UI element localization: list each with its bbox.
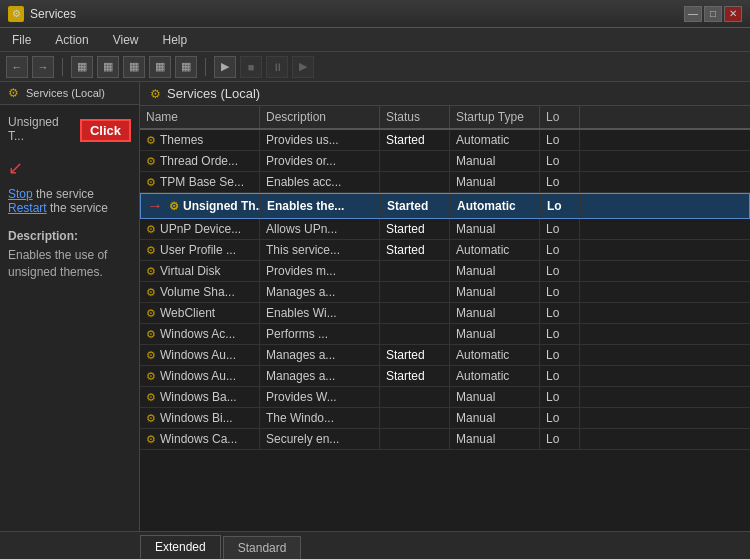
toolbar-btn-5[interactable]: ▦ (175, 56, 197, 78)
cell-status (380, 387, 450, 407)
cell-status (380, 282, 450, 302)
cell-startup: Manual (450, 282, 540, 302)
table-row[interactable]: ⚙TPM Base Se... Enables acc... Manual Lo (140, 172, 750, 193)
left-panel-header: ⚙ Services (Local) (0, 82, 139, 105)
main-content: ⚙ Services (Local) Unsigned T... Click ↙… (0, 82, 750, 531)
cell-desc: Provides us... (260, 130, 380, 150)
gear-icon-row: ⚙ (169, 200, 179, 213)
toolbar-btn-1[interactable]: ▦ (71, 56, 93, 78)
app-icon: ⚙ (8, 6, 24, 22)
table-row[interactable]: ⚙WebClient Enables Wi... Manual Lo (140, 303, 750, 324)
table-row[interactable]: ⚙Windows Bi... The Windo... Manual Lo (140, 408, 750, 429)
window-controls[interactable]: — □ ✕ (684, 6, 742, 22)
cell-name: ⚙Virtual Disk (140, 261, 260, 281)
cell-lo: Lo (540, 172, 580, 192)
col-description[interactable]: Description (260, 106, 380, 128)
toolbar-btn-2[interactable]: ▦ (97, 56, 119, 78)
table-row[interactable]: ⚙Windows Ba... Provides W... Manual Lo (140, 387, 750, 408)
cell-desc: Manages a... (260, 366, 380, 386)
table-row[interactable]: ⚙UPnP Device... Allows UPn... Started Ma… (140, 219, 750, 240)
cell-startup: Manual (450, 303, 540, 323)
col-name[interactable]: Name (140, 106, 260, 128)
left-panel: ⚙ Services (Local) Unsigned T... Click ↙… (0, 82, 140, 531)
table-row[interactable]: ⚙Windows Ac... Performs ... Manual Lo (140, 324, 750, 345)
gear-icon-row: ⚙ (146, 328, 156, 341)
cell-name: ⚙Windows Au... (140, 366, 260, 386)
cell-name: ⚙Windows Bi... (140, 408, 260, 428)
menu-action[interactable]: Action (49, 31, 94, 49)
arrow-container: ↙ (8, 157, 131, 179)
cell-startup: Manual (450, 429, 540, 449)
cell-status (380, 408, 450, 428)
table-row[interactable]: ⚙Windows Ca... Securely en... Manual Lo (140, 429, 750, 450)
menu-view[interactable]: View (107, 31, 145, 49)
cell-lo: Lo (540, 130, 580, 150)
left-panel-title: Services (Local) (26, 87, 105, 99)
forward-button[interactable]: → (32, 56, 54, 78)
table-row[interactable]: ⚙Windows Au... Manages a... Started Auto… (140, 366, 750, 387)
menu-bar: File Action View Help (0, 28, 750, 52)
gear-icon: ⚙ (8, 86, 22, 100)
cell-lo: Lo (540, 387, 580, 407)
cell-name: ⚙Windows Ca... (140, 429, 260, 449)
arrow-down-icon: ↙ (8, 157, 23, 179)
gear-icon-row: ⚙ (146, 176, 156, 189)
table-row[interactable]: ⚙Windows Au... Manages a... Started Auto… (140, 345, 750, 366)
cell-lo: Lo (540, 151, 580, 171)
tab-standard[interactable]: Standard (223, 536, 302, 559)
table-row[interactable]: ⚙Volume Sha... Manages a... Manual Lo (140, 282, 750, 303)
title-bar: ⚙ Services — □ ✕ (0, 0, 750, 28)
cell-status (380, 261, 450, 281)
stop-link[interactable]: Stop (8, 187, 33, 201)
cell-startup: Manual (450, 408, 540, 428)
col-startup[interactable]: Startup Type (450, 106, 540, 128)
cell-desc: This service... (260, 240, 380, 260)
minimize-button[interactable]: — (684, 6, 702, 22)
menu-help[interactable]: Help (157, 31, 194, 49)
tab-extended[interactable]: Extended (140, 535, 221, 559)
restart-link[interactable]: Restart (8, 201, 47, 215)
toolbar-btn-3[interactable]: ▦ (123, 56, 145, 78)
maximize-button[interactable]: □ (704, 6, 722, 22)
col-status[interactable]: Status (380, 106, 450, 128)
back-button[interactable]: ← (6, 56, 28, 78)
table-row[interactable]: →⚙Unsigned Th... Enables the... Started … (140, 193, 750, 219)
restart-button[interactable]: ▶ (292, 56, 314, 78)
cell-startup: Manual (450, 172, 540, 192)
close-button[interactable]: ✕ (724, 6, 742, 22)
cell-desc: Provides or... (260, 151, 380, 171)
cell-startup: Automatic (450, 130, 540, 150)
cell-name: ⚙Windows Ba... (140, 387, 260, 407)
cell-desc: The Windo... (260, 408, 380, 428)
cell-desc: Provides W... (260, 387, 380, 407)
play-button[interactable]: ▶ (214, 56, 236, 78)
table-row[interactable]: ⚙Thread Orde... Provides or... Manual Lo (140, 151, 750, 172)
menu-file[interactable]: File (6, 31, 37, 49)
table-row[interactable]: ⚙Themes Provides us... Started Automatic… (140, 130, 750, 151)
cell-status (380, 324, 450, 344)
table-row[interactable]: ⚙User Profile ... This service... Starte… (140, 240, 750, 261)
table-row[interactable]: ⚙Virtual Disk Provides m... Manual Lo (140, 261, 750, 282)
cell-desc: Enables the... (261, 194, 381, 218)
gear-icon-row: ⚙ (146, 244, 156, 257)
cell-lo: Lo (540, 429, 580, 449)
description-label: Description: (8, 229, 131, 243)
cell-startup: Manual (450, 387, 540, 407)
cell-startup: Manual (450, 324, 540, 344)
stop-suffix: the service (33, 187, 94, 201)
description-text: Enables the use of unsigned themes. (8, 247, 131, 281)
services-table[interactable]: Name Description Status Startup Type Lo … (140, 106, 750, 531)
gear-icon-row: ⚙ (146, 286, 156, 299)
cell-name: ⚙User Profile ... (140, 240, 260, 260)
cell-name: ⚙WebClient (140, 303, 260, 323)
right-panel-header: ⚙ Services (Local) (140, 82, 750, 106)
stop-button[interactable]: ■ (240, 56, 262, 78)
cell-name: ⚙TPM Base Se... (140, 172, 260, 192)
col-lo[interactable]: Lo (540, 106, 580, 128)
cell-status: Started (380, 240, 450, 260)
toolbar-btn-4[interactable]: ▦ (149, 56, 171, 78)
pause-button[interactable]: ⏸ (266, 56, 288, 78)
window-title: Services (30, 7, 76, 21)
cell-startup: Automatic (451, 194, 541, 218)
cell-name: ⚙Volume Sha... (140, 282, 260, 302)
